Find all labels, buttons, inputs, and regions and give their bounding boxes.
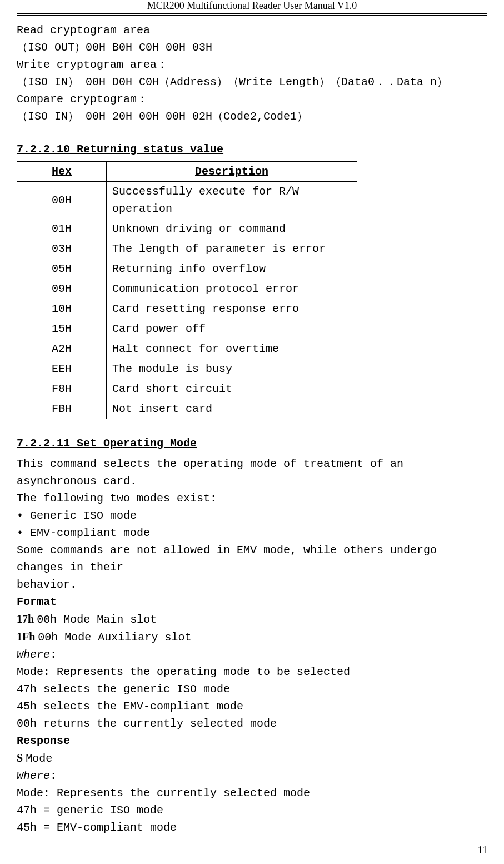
table-row: 09HCommunication protocol error — [17, 279, 357, 299]
mode-00h: 00h returns the currently selected mode — [17, 715, 487, 732]
table-row: 10HCard resetting response erro — [17, 299, 357, 319]
response-mode-desc: Mode: Represents the currently selected … — [17, 784, 487, 802]
cell-hex: 10H — [17, 299, 107, 319]
section-title-7-2-2-11: 7.2.2.11 Set Operating Mode — [17, 435, 487, 452]
col-desc: Description — [107, 162, 357, 182]
cell-desc: Returning info overflow — [107, 259, 357, 279]
table-row: 05HReturning info overflow — [17, 259, 357, 279]
cell-hex: 03H — [17, 239, 107, 259]
table-row: 01HUnknown driving or command — [17, 219, 357, 239]
table-row: F8HCard short circuit — [17, 379, 357, 399]
label-format: Format — [17, 593, 487, 610]
response-45h: 45h = EMV-compliant mode — [17, 819, 487, 836]
cell-desc: Successfully execute for R/W operation — [107, 182, 357, 219]
page-header: MCR200 Multifunctional Reader User Manua… — [17, 0, 487, 14]
cell-hex: F8H — [17, 379, 107, 399]
format-rest-2: 00h Mode Auxiliary slot — [38, 631, 191, 644]
label-response: Response — [17, 732, 487, 749]
line-iso-out: （ISO OUT）00H B0H C0H 00H 03H — [17, 39, 487, 56]
cell-hex: A2H — [17, 339, 107, 359]
format-rest-1: 00h Mode Main slot — [37, 613, 157, 626]
sec11-bullet-iso: • Generic ISO mode — [17, 507, 487, 524]
format-line-2: 1Fh 00h Mode Auxiliary slot — [17, 628, 487, 646]
sec11-bullet-emv: • EMV-compliant mode — [17, 524, 487, 542]
page-number: 11 — [478, 845, 487, 856]
response-line-1: S Mode — [17, 749, 487, 767]
line-iso-in-write: （ISO IN） 00H D0H C0H（Address）（Write Leng… — [17, 73, 487, 91]
cell-desc: Unknown driving or command — [107, 219, 357, 239]
mode-desc-1: Mode: Represents the operating mode to b… — [17, 663, 487, 681]
response-mode: Mode — [26, 752, 52, 765]
format-cmd-1Fh: 1Fh — [17, 630, 38, 643]
sec11-p2: The following two modes exist: — [17, 490, 487, 507]
cell-desc: The length of parameter is error — [107, 239, 357, 259]
header-title: MCR200 Multifunctional Reader User Manua… — [147, 0, 357, 11]
page-body: Read cryptogram area （ISO OUT）00H B0H C0… — [17, 14, 487, 836]
section-title-7-2-2-10: 7.2.2.10 Returning status value — [17, 141, 487, 158]
table-row: FBHNot insert card — [17, 399, 357, 419]
cell-hex: 15H — [17, 319, 107, 339]
page: MCR200 Multifunctional Reader User Manua… — [0, 0, 504, 864]
cell-desc: Card power off — [107, 319, 357, 339]
sec11-p4: behavior. — [17, 576, 487, 593]
table-header-row: Hex Description — [17, 162, 357, 182]
cell-hex: 09H — [17, 279, 107, 299]
mode-45h: 45h selects the EMV-compliant mode — [17, 698, 487, 715]
response-s: S — [17, 752, 26, 764]
line-iso-in-compare: （ISO IN） 00H 20H 00H 00H 02H（Code2,Code1… — [17, 108, 487, 125]
where-word: Where — [17, 648, 50, 661]
status-table: Hex Description 00HSuccessfully execute … — [17, 161, 357, 419]
cell-hex: EEH — [17, 359, 107, 379]
col-hex: Hex — [17, 162, 107, 182]
cell-desc: Card resetting response erro — [107, 299, 357, 319]
cell-desc: Communication protocol error — [107, 279, 357, 299]
table-row: A2HHalt connect for overtime — [17, 339, 357, 359]
line-compare-crypto: Compare cryptogram： — [17, 91, 487, 108]
line-read-crypto: Read cryptogram area — [17, 22, 487, 39]
format-cmd-17h: 17h — [17, 613, 37, 625]
cell-hex: 05H — [17, 259, 107, 279]
table-row: EEHThe module is busy — [17, 359, 357, 379]
response-47h: 47h = generic ISO mode — [17, 802, 487, 819]
table-row: 03HThe length of parameter is error — [17, 239, 357, 259]
sec11-p3: Some commands are not allowed in EMV mod… — [17, 542, 487, 576]
cell-desc: Card short circuit — [107, 379, 357, 399]
where-colon: : — [50, 648, 57, 661]
cell-hex: 01H — [17, 219, 107, 239]
where-1: Where: — [17, 646, 487, 663]
cell-desc: Halt connect for overtime — [107, 339, 357, 359]
cell-desc: Not insert card — [107, 399, 357, 419]
table-row: 15HCard power off — [17, 319, 357, 339]
cell-hex: FBH — [17, 399, 107, 419]
table-row: 00HSuccessfully execute for R/W operatio… — [17, 182, 357, 219]
format-line-1: 17h 00h Mode Main slot — [17, 610, 487, 628]
sec11-p1: This command selects the operating mode … — [17, 455, 487, 490]
where-word-2: Where — [17, 769, 50, 782]
line-write-crypto: Write cryptogram area： — [17, 56, 487, 73]
cell-hex: 00H — [17, 182, 107, 219]
mode-47h: 47h selects the generic ISO mode — [17, 681, 487, 698]
where-2: Where: — [17, 767, 487, 784]
where-colon-2: : — [50, 769, 57, 782]
cell-desc: The module is busy — [107, 359, 357, 379]
